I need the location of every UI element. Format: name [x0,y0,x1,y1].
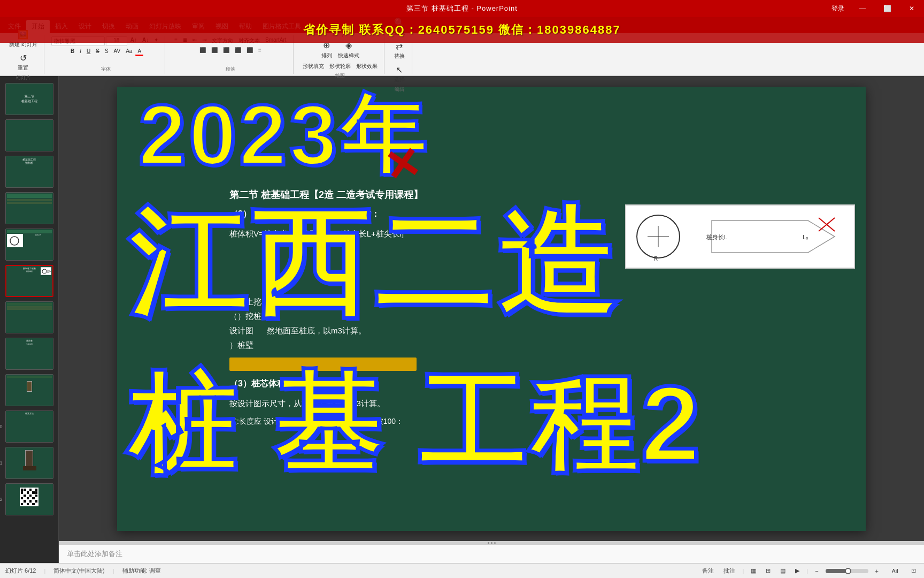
watermark-text: 省价寻制 联系QQ：2640575159 微信：18039864887 [303,22,620,38]
accessibility-checker[interactable]: 辅助功能: 调查 [122,567,161,575]
separator-1: | [44,568,45,574]
edit-group-label: 编辑 [395,86,404,93]
shape-outline-button[interactable]: 形状轮廓 [327,62,353,71]
shape-effects-button[interactable]: 形状效果 [354,62,380,71]
slide-thumb-3[interactable]: 桩基础工程预制桩 [5,156,53,188]
reading-view-button[interactable]: ▤ [777,566,788,575]
slide-thumb-10[interactable]: 计算方法 [5,410,53,443]
zoom-in-button[interactable]: + [873,567,881,575]
login-button[interactable]: 登录 [826,0,850,17]
slide-count: 幻灯片 6/12 [5,567,36,575]
zoom-percent[interactable]: Ail [886,567,904,575]
separator-3: | [742,568,744,574]
svg-text:桩身长L: 桩身长L [706,234,727,240]
shadow-button[interactable]: S [103,48,111,56]
paragraph-group-label: 段落 [226,66,235,73]
underline-button[interactable]: U [84,48,93,56]
draw-group-label: 绘图 [335,72,345,79]
strikethrough-button[interactable]: S [94,48,102,56]
title-bar-controls: 登录 — ⬜ ✕ [826,0,924,17]
divider-dot-1 [488,542,489,544]
slide-sorter-button[interactable]: ⊞ [763,566,773,575]
overlay-region: 江西二造 [128,204,620,322]
comments-button[interactable]: 批注 [721,566,738,576]
separator-2: | [113,568,114,574]
minimize-button[interactable]: — [850,0,875,17]
slide-thumb-12[interactable] [5,483,53,515]
select-button[interactable]: ↖ 选择 [391,63,407,85]
title-bar-title: 第三节 桩基础工程 - PowerPoint [406,4,518,13]
diagram-box: R 桩身长L L₀ [625,204,855,269]
zoom-out-button[interactable]: − [812,567,821,575]
slide-thumb-1[interactable]: 第三节桩基础工程 [5,83,53,115]
italic-button[interactable]: I [78,48,83,56]
main-area: 第二节 桩基础工程【2造 二造考试专用课程】 （2）圆形截面预制桩工程量计算公式… [59,76,924,542]
sub-item-4: ）桩壁 [229,338,604,352]
normal-view-button[interactable]: ▦ [748,566,759,575]
para-row2: ⬛ ⬛ ⬛ ⬛ ⬛ ≡ [197,47,264,54]
divider-handle[interactable] [59,541,924,544]
svg-point-0 [10,237,19,245]
slide-thumb-4[interactable] [5,192,53,224]
title-bar: 第三节 桩基础工程 - PowerPoint 登录 — ⬜ ✕ [0,0,924,17]
maximize-button[interactable]: ⬜ [875,0,899,17]
shape-fill-button[interactable]: 形状填充 [301,62,326,71]
divider-dot-3 [494,542,496,544]
language-selector[interactable]: 简体中文(中国大陆) [53,567,104,575]
slide-thumb-7[interactable] [5,301,53,333]
font-style-button[interactable]: Aa [124,48,134,56]
pile-diagram-svg: R 桩身长L L₀ [632,210,845,263]
bold-button[interactable]: B [68,48,76,56]
svg-text:L₀: L₀ [803,234,808,240]
select-icon: ↖ [394,64,405,75]
svg-text:R: R [654,256,658,262]
slideshow-button[interactable]: ▶ [792,566,802,575]
line-spacing-button[interactable]: ≡ [256,47,264,54]
close-button[interactable]: ✕ [899,0,924,17]
align-center-button[interactable]: ⬛ [209,47,220,54]
font-group-label: 字体 [101,66,111,73]
align-right-button[interactable]: ⬛ [221,47,232,54]
notes-button[interactable]: 备注 [699,566,717,576]
justify-button[interactable]: ⬛ [233,47,243,54]
column-button[interactable]: ⬛ [244,47,255,54]
notes-area[interactable]: 单击此处添加备注 [59,544,924,563]
slides-group-label: 幻灯片 [16,74,30,81]
font-color-button[interactable]: A [135,48,143,56]
slide-thumb-11[interactable] [5,447,53,479]
svg-point-1 [42,269,47,273]
slide-thumb-9[interactable] [5,374,53,406]
status-bar: 幻灯片 6/12 | 简体中文(中国大陆) | 辅助功能: 调查 备注 批注 |… [0,563,924,578]
divider-dot-2 [491,542,492,544]
slide-thumb-8[interactable]: 灌注桩 分类说明 [5,338,53,370]
slide-thumb-2[interactable] [5,119,53,151]
notes-placeholder: 单击此处添加备注 [67,549,122,559]
shape-format-row: 形状填充 形状轮廓 形状效果 [301,62,380,71]
svg-marker-6 [712,220,835,253]
fit-slide-button[interactable]: ⊡ [908,566,919,575]
slides-panel: 1 第三节桩基础工程 2 3 桩基础工程预制桩 4 [0,76,59,563]
slide-canvas[interactable]: 第二节 桩基础工程【2造 二造考试专用课程】 （2）圆形截面预制桩工程量计算公式… [117,87,866,531]
overlay-subject: 桩 基 工程2 [128,370,704,477]
reset-button[interactable]: ↺ 重置 [15,51,31,73]
font-row2: B I U S S AV Aa A [68,48,143,56]
reset-icon: ↺ [17,52,29,64]
slide-thumb-6[interactable]: 预制桩工程量 圆形截面 [5,265,53,297]
separator-4: | [806,568,808,574]
zoom-slider[interactable] [826,569,868,573]
slide-thumb-5[interactable]: 桩身公式 [5,229,53,261]
align-left-button[interactable]: ⬛ [197,47,208,54]
svg-marker-2 [48,270,51,273]
status-right: 备注 批注 | ▦ ⊞ ▤ ▶ | − + Ail ⊡ [699,566,919,576]
zoom-thumb[interactable] [845,568,851,574]
char-spacing-button[interactable]: AV [112,48,123,56]
divider-dots [488,542,496,544]
